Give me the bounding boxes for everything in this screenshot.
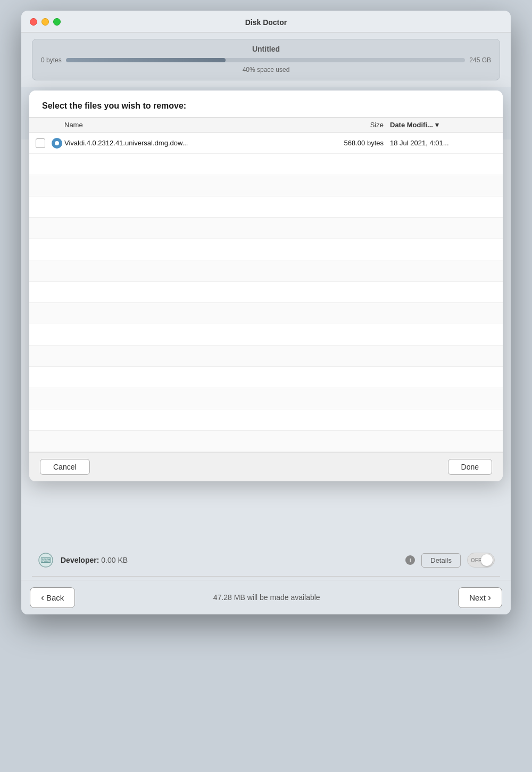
- modal-title: Select the files you wish to remove:: [42, 101, 490, 111]
- disk-progress-fill: [66, 58, 226, 62]
- disk-progress-track: [66, 58, 466, 62]
- empty-row: [29, 324, 503, 346]
- bottom-bar: Back 47.28 MB will be made available Nex…: [21, 580, 511, 614]
- empty-row: [29, 367, 503, 388]
- file-size-text: 568.00 bytes: [331, 139, 390, 147]
- developer-toggle[interactable]: OFF: [467, 553, 495, 568]
- file-type-icon: [52, 138, 62, 149]
- disk-bar-section: Untitled 0 bytes 245 GB 40% space used: [21, 32, 511, 87]
- next-button[interactable]: Next: [458, 587, 502, 608]
- developer-info-icon[interactable]: i: [405, 555, 415, 565]
- empty-row: [29, 409, 503, 431]
- developer-toggle-knob: [481, 554, 493, 566]
- file-icon-col: [52, 138, 64, 149]
- disk-percent-text: 40% space used: [41, 66, 491, 73]
- file-name-col: Vivaldi.4.0.2312.41.universal.dmg.dow...: [64, 139, 331, 147]
- svg-text:⌨: ⌨: [40, 556, 51, 564]
- col-header-name: Name: [64, 121, 331, 129]
- sort-chevron-icon: ▾: [435, 121, 439, 129]
- empty-row: [29, 282, 503, 303]
- bottom-status-text: 47.28 MB will be made available: [213, 593, 320, 602]
- chevron-left-icon: [41, 592, 44, 603]
- disk-progress-row: 0 bytes 245 GB: [41, 56, 491, 64]
- disk-label-left: 0 bytes: [41, 56, 62, 64]
- modal-header: Select the files you wish to remove:: [29, 91, 503, 117]
- col-header-date[interactable]: Date Modifi... ▾: [390, 121, 496, 129]
- empty-row: [29, 239, 503, 260]
- file-date-text: 18 Jul 2021, 4:01...: [390, 139, 496, 147]
- developer-icon: ⌨: [37, 552, 54, 569]
- developer-details-button[interactable]: Details: [421, 553, 461, 568]
- next-label: Next: [469, 593, 486, 602]
- back-button[interactable]: Back: [30, 587, 75, 608]
- empty-rows: [29, 154, 503, 452]
- chevron-right-icon: [488, 592, 491, 603]
- titlebar: Disk Doctor: [21, 11, 511, 32]
- cancel-button[interactable]: Cancel: [40, 459, 90, 475]
- developer-toggle-label: OFF: [471, 557, 481, 563]
- bg-item-row-developer: ⌨ Developer: 0.00 KB i Details OFF: [32, 544, 500, 577]
- done-button[interactable]: Done: [448, 459, 492, 475]
- empty-row: [29, 303, 503, 324]
- col-header-date-label: Date Modifi...: [390, 121, 433, 129]
- window-title: Disk Doctor: [245, 18, 287, 27]
- file-name-text: Vivaldi.4.0.2312.41.universal.dmg.dow...: [64, 139, 188, 147]
- modal-overlay: Select the files you wish to remove: Nam…: [29, 91, 503, 481]
- maximize-button[interactable]: [53, 18, 61, 26]
- disk-bar-container: Untitled 0 bytes 245 GB 40% space used: [32, 39, 500, 80]
- file-icon-inner: [55, 141, 59, 145]
- empty-row: [29, 175, 503, 196]
- disk-name: Untitled: [41, 45, 491, 53]
- empty-row: [29, 388, 503, 409]
- developer-label: Developer: 0.00 KB: [61, 556, 399, 564]
- file-row[interactable]: Vivaldi.4.0.2312.41.universal.dmg.dow...…: [29, 133, 503, 154]
- empty-row: [29, 218, 503, 239]
- back-label: Back: [46, 593, 64, 602]
- close-button[interactable]: [30, 18, 37, 26]
- empty-row: [29, 260, 503, 282]
- file-table-header: Name Size Date Modifi... ▾: [29, 117, 503, 133]
- col-header-size: Size: [331, 121, 390, 129]
- empty-row: [29, 346, 503, 367]
- empty-row: [29, 154, 503, 175]
- disk-label-right: 245 GB: [469, 56, 491, 64]
- app-window: Disk Doctor Untitled 0 bytes 245 GB 40% …: [21, 11, 511, 614]
- empty-row: [29, 196, 503, 218]
- minimize-button[interactable]: [41, 18, 49, 26]
- empty-row: [29, 431, 503, 452]
- modal-footer: Cancel Done: [29, 452, 503, 481]
- traffic-lights: [30, 18, 61, 26]
- file-checkbox[interactable]: [36, 138, 45, 148]
- file-checkbox-col: [36, 138, 52, 148]
